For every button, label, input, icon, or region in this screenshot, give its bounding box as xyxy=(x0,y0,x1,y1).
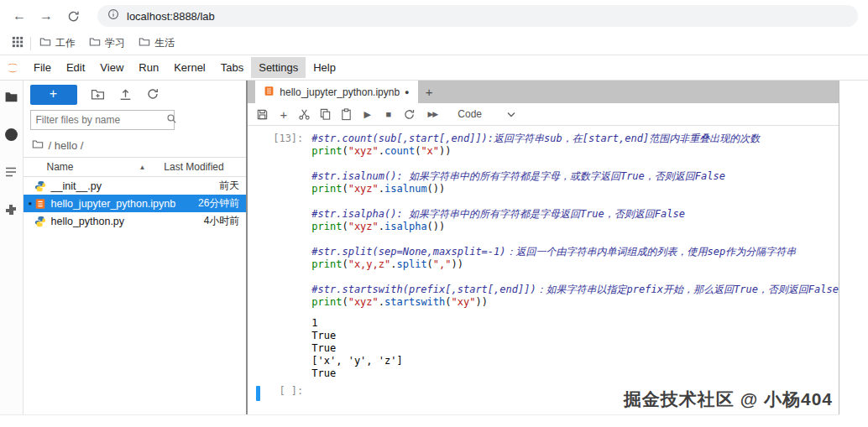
folder-icon xyxy=(139,36,150,50)
main-dock-panel: hello_jupyter_python.ipynb ● + + xyxy=(248,81,839,414)
divider xyxy=(30,37,31,50)
menu-tabs[interactable]: Tabs xyxy=(213,57,251,78)
running-kernels-icon[interactable] xyxy=(3,127,18,142)
folder-icon xyxy=(39,36,51,50)
file-filter-input[interactable] xyxy=(36,114,166,126)
menu-view[interactable]: View xyxy=(92,57,131,78)
sort-by-name-header[interactable]: Name ▲ xyxy=(47,161,165,173)
cell-execution-prompt: [13]: xyxy=(248,133,311,380)
cell-type-dropdown[interactable]: Code xyxy=(458,108,515,120)
file-browser-panel: + / hello xyxy=(24,81,248,414)
bookmark-label: 生活 xyxy=(154,36,175,50)
new-launcher-button[interactable]: + xyxy=(30,85,77,105)
menu-kernel[interactable]: Kernel xyxy=(166,57,213,78)
paste-cells-icon[interactable] xyxy=(340,108,353,121)
name-column-label: Name xyxy=(47,161,74,173)
sidebar-tab-strip xyxy=(0,81,24,414)
file-modified: 4小时前 xyxy=(204,214,240,228)
file-browser-icon[interactable] xyxy=(3,89,18,104)
interrupt-kernel-icon[interactable]: ■ xyxy=(382,108,395,121)
file-name: hello_jupyter_python.ipynb xyxy=(51,198,176,210)
new-folder-icon[interactable] xyxy=(91,87,105,102)
restart-kernel-icon[interactable] xyxy=(403,108,416,121)
file-modified: 前天 xyxy=(219,179,239,193)
file-filter-box[interactable] xyxy=(30,110,175,130)
cell-code-editor[interactable] xyxy=(311,385,839,398)
cut-cells-icon[interactable] xyxy=(298,108,311,121)
chevron-down-icon xyxy=(507,108,515,120)
sort-ascending-icon: ▲ xyxy=(139,164,145,171)
notebook-cell[interactable]: [ ]: xyxy=(248,385,839,398)
bookmark-label: 工作 xyxy=(55,36,76,50)
notebook-cells: [13]:#str.count(sub[,start[,end]]):返回字符串… xyxy=(248,126,839,414)
file-name: __init__.py xyxy=(51,180,102,192)
python-file-icon xyxy=(34,215,47,227)
save-icon[interactable] xyxy=(256,108,269,121)
file-list: __init__.py 前天 ● hello_jupyter_python.ip… xyxy=(24,177,247,414)
bookmark-folder-study[interactable]: 学习 xyxy=(89,36,125,50)
cell-output: 1TrueTrue['x', 'y', 'z']True xyxy=(311,317,839,380)
file-row-init-py[interactable]: __init__.py 前天 xyxy=(24,177,247,195)
tab-hello-jupyter-python-ipynb[interactable]: hello_jupyter_python.ipynb ● xyxy=(255,81,417,103)
browser-toolbar: ← → localhost:8888/lab xyxy=(0,0,868,32)
refresh-icon[interactable] xyxy=(146,87,160,102)
file-browser-toolbar: + xyxy=(24,81,247,108)
site-info-icon[interactable] xyxy=(107,8,119,23)
restart-run-all-icon[interactable]: ▶▶ xyxy=(424,108,441,121)
unsaved-changes-dot: ● xyxy=(405,88,409,96)
dock-tab-bar: hello_jupyter_python.ipynb ● + xyxy=(248,81,839,103)
notebook-cell[interactable]: [13]:#str.count(sub[,start[,end]]):返回字符串… xyxy=(248,133,839,380)
menu-file[interactable]: File xyxy=(26,57,59,78)
reload-icon[interactable] xyxy=(64,8,82,23)
file-list-header: Name ▲ Last Modified xyxy=(24,157,247,177)
menu-settings[interactable]: Settings xyxy=(251,57,306,78)
python-file-icon xyxy=(34,180,47,192)
upload-icon[interactable] xyxy=(118,87,133,102)
extensions-icon[interactable] xyxy=(3,202,18,217)
workspace: + / hello xyxy=(0,81,839,415)
tab-label: hello_jupyter_python.ipynb xyxy=(280,86,400,98)
notebook-file-icon xyxy=(34,197,47,210)
menu-run[interactable]: Run xyxy=(131,57,166,78)
file-name: hello_python.py xyxy=(51,216,125,227)
menu-help[interactable]: Help xyxy=(306,57,343,78)
cell-code-editor[interactable]: #str.count(sub[,start[,end]]):返回字符串sub，在… xyxy=(311,133,839,380)
kernel-running-dot: ● xyxy=(27,200,34,207)
jupyterlab-menubar: File Edit View Run Kernel Tabs Settings … xyxy=(0,55,868,81)
sort-by-modified-header[interactable]: Last Modified xyxy=(164,161,238,173)
bookmarks-bar: 工作 学习 生活 xyxy=(0,32,868,55)
screen: ← → localhost:8888/lab 工作 学习 生活 xyxy=(0,0,868,427)
cell-type-label: Code xyxy=(458,108,482,120)
apps-grid-icon[interactable] xyxy=(12,36,24,51)
menu-edit[interactable]: Edit xyxy=(59,57,92,78)
notebook-toolbar: + ▶ ■ ▶▶ Code xyxy=(248,103,839,126)
file-modified: 26分钟前 xyxy=(198,196,239,211)
notebook-tab-icon xyxy=(264,86,275,99)
bookmark-folder-life[interactable]: 生活 xyxy=(139,36,175,50)
file-row-hello-jupyter-python-ipynb[interactable]: ● hello_jupyter_python.ipynb 26分钟前 xyxy=(24,195,247,212)
folder-icon xyxy=(89,36,101,50)
copy-cells-icon[interactable] xyxy=(319,108,332,121)
run-cell-icon[interactable]: ▶ xyxy=(361,108,374,121)
url-text: localhost:8888/lab xyxy=(127,10,215,23)
address-bar[interactable]: localhost:8888/lab xyxy=(97,5,858,27)
table-of-contents-icon[interactable] xyxy=(3,164,18,180)
home-folder-icon[interactable] xyxy=(32,138,44,153)
forward-icon[interactable]: → xyxy=(37,8,55,23)
search-icon xyxy=(166,112,177,128)
bookmark-folder-work[interactable]: 工作 xyxy=(39,36,76,50)
breadcrumb[interactable]: / hello / xyxy=(24,135,247,157)
file-row-hello-python-py[interactable]: hello_python.py 4小时前 xyxy=(24,212,247,230)
breadcrumb-path: / hello / xyxy=(49,139,84,152)
back-icon[interactable]: ← xyxy=(10,8,29,23)
jupyter-logo xyxy=(4,60,21,76)
insert-cell-icon[interactable]: + xyxy=(277,108,290,121)
active-cell-indicator xyxy=(256,386,260,401)
bookmark-label: 学习 xyxy=(105,36,125,50)
add-tab-button[interactable]: + xyxy=(418,81,441,103)
